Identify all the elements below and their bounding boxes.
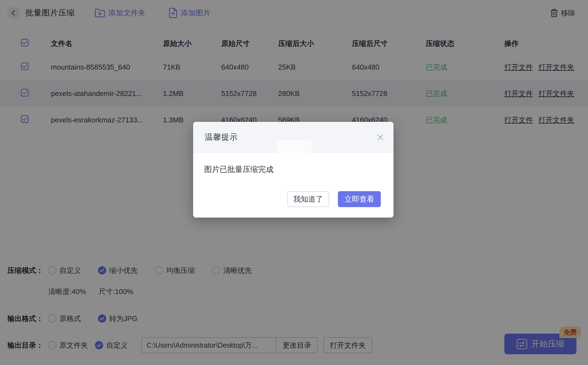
view-now-button[interactable]: 立即查看	[338, 191, 381, 207]
close-icon[interactable]	[376, 133, 384, 141]
modal-header: 温馨提示	[193, 122, 393, 153]
fading-toast	[277, 140, 311, 153]
modal-footer: 我知道了 立即查看	[287, 191, 381, 207]
ok-button[interactable]: 我知道了	[287, 191, 329, 207]
modal-dialog: 温馨提示 图片已批量压缩完成 我知道了 立即查看	[193, 122, 393, 218]
modal-title: 温馨提示	[205, 132, 238, 143]
modal-message: 图片已批量压缩完成	[193, 153, 393, 175]
